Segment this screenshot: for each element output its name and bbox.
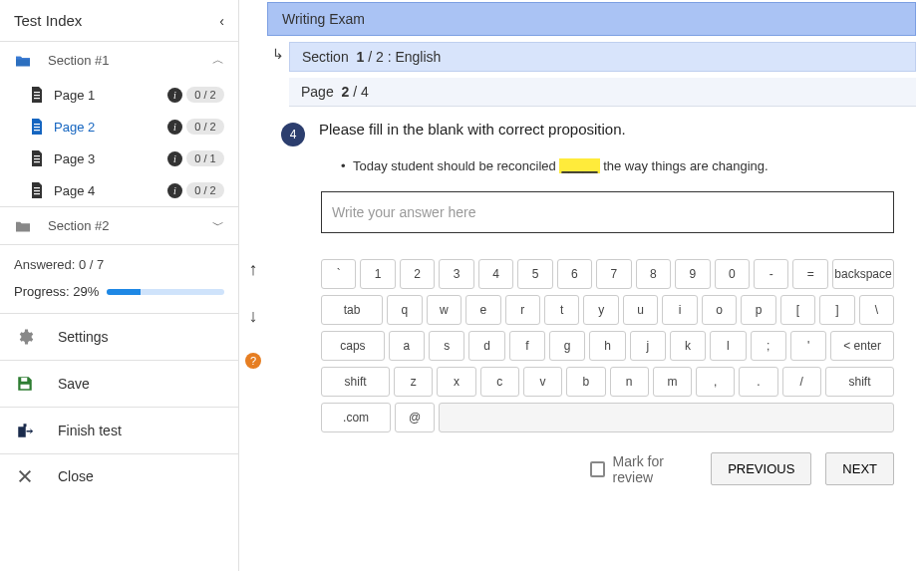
key-u[interactable]: u <box>623 295 658 325</box>
section-prefix: Section <box>302 49 349 65</box>
checkbox-icon[interactable] <box>590 461 605 477</box>
key-space[interactable] <box>439 403 894 432</box>
mark-label: Mark for review <box>613 453 698 485</box>
next-question-arrow[interactable]: ↓ <box>249 306 258 327</box>
prev-question-arrow[interactable]: ↑ <box>249 259 258 280</box>
key-v[interactable]: v <box>523 367 562 397</box>
key-e[interactable]: e <box>465 295 500 325</box>
key-s[interactable]: s <box>429 331 464 361</box>
key-t[interactable]: t <box>544 295 579 325</box>
finish-row[interactable]: Finish test <box>0 408 238 453</box>
key-7[interactable]: 7 <box>596 259 631 289</box>
key-`[interactable]: ` <box>321 259 356 289</box>
kb-row-3: capsasdfghjkl;'< enter <box>321 331 894 361</box>
progress-bar <box>107 289 224 295</box>
info-icon: i <box>167 120 182 135</box>
svg-rect-12 <box>21 385 30 390</box>
svg-rect-0 <box>34 92 40 93</box>
settings-row[interactable]: Settings <box>0 314 238 360</box>
previous-button[interactable]: PREVIOUS <box>711 452 811 485</box>
page-4-row[interactable]: Page 4 i 0 / 2 <box>0 174 238 206</box>
key-.[interactable]: . <box>739 367 777 397</box>
key-4[interactable]: 4 <box>478 259 513 289</box>
key-i[interactable]: i <box>662 295 697 325</box>
key-o[interactable]: o <box>702 295 737 325</box>
key-p[interactable]: p <box>741 295 775 325</box>
save-row[interactable]: Save <box>0 361 238 407</box>
key-9[interactable]: 9 <box>675 259 710 289</box>
key-][interactable]: ] <box>819 295 854 325</box>
key-b[interactable]: b <box>566 367 605 397</box>
answer-input[interactable] <box>332 204 883 220</box>
progress-row: Progress: 29% <box>0 284 238 313</box>
key-@[interactable]: @ <box>395 403 435 432</box>
progress-label: Progress: 29% <box>14 284 99 299</box>
key-'[interactable]: ' <box>790 331 826 361</box>
key-h[interactable]: h <box>589 331 625 361</box>
mid-nav: ↑ ↓ ? <box>239 0 267 571</box>
help-icon[interactable]: ? <box>245 353 261 369</box>
key-,[interactable]: , <box>696 367 735 397</box>
key-6[interactable]: 6 <box>557 259 592 289</box>
key-3[interactable]: 3 <box>439 259 473 289</box>
page-3-row[interactable]: Page 3 i 0 / 1 <box>0 143 238 174</box>
key-z[interactable]: z <box>394 367 433 397</box>
page-icon <box>30 119 46 135</box>
page-icon <box>30 182 46 198</box>
key-caps[interactable]: caps <box>321 331 385 361</box>
key-shift[interactable]: shift <box>321 367 390 397</box>
key-q[interactable]: q <box>387 295 422 325</box>
key-0[interactable]: 0 <box>715 259 750 289</box>
key-a[interactable]: a <box>389 331 425 361</box>
section-2-row[interactable]: Section #2 ﹀ <box>0 207 238 244</box>
key-[[interactable]: [ <box>780 295 815 325</box>
section-num: 1 <box>356 49 364 65</box>
section-1-row[interactable]: Section #1 ︿ <box>0 42 238 79</box>
key-n[interactable]: n <box>610 367 649 397</box>
key-d[interactable]: d <box>468 331 504 361</box>
key-f[interactable]: f <box>509 331 545 361</box>
key-2[interactable]: 2 <box>400 259 435 289</box>
key-8[interactable]: 8 <box>636 259 671 289</box>
page-icon <box>30 87 46 103</box>
page-1-row[interactable]: Page 1 i 0 / 2 <box>0 79 238 111</box>
key-;[interactable]: ; <box>751 331 786 361</box>
key-j[interactable]: j <box>630 331 666 361</box>
svg-rect-1 <box>34 95 40 96</box>
key-l[interactable]: l <box>710 331 746 361</box>
next-button[interactable]: NEXT <box>825 452 894 485</box>
svg-rect-7 <box>34 158 40 159</box>
collapse-sidebar-icon[interactable]: ‹ <box>219 13 224 29</box>
page-4-label: Page 4 <box>54 183 95 198</box>
key--[interactable]: - <box>754 259 788 289</box>
key-tab[interactable]: tab <box>321 295 383 325</box>
key-c[interactable]: c <box>480 367 519 397</box>
key-w[interactable]: w <box>427 295 462 325</box>
key-5[interactable]: 5 <box>517 259 552 289</box>
page-2-row[interactable]: Page 2 i 0 / 2 <box>0 111 238 143</box>
key-< enter[interactable]: < enter <box>830 331 894 361</box>
key-m[interactable]: m <box>653 367 692 397</box>
key-k[interactable]: k <box>670 331 706 361</box>
svg-rect-2 <box>34 98 40 99</box>
key-backspace[interactable]: backspace <box>832 259 894 289</box>
question-body: • Today student should be reconciled ___… <box>341 158 906 173</box>
key-x[interactable]: x <box>437 367 475 397</box>
key-r[interactable]: r <box>505 295 540 325</box>
key-g[interactable]: g <box>549 331 585 361</box>
key-/[interactable]: / <box>782 367 821 397</box>
info-icon: i <box>167 183 182 198</box>
kb-row-4: shiftzxcvbnm,./shift <box>321 367 894 397</box>
key-=[interactable]: = <box>792 259 827 289</box>
answer-input-wrap[interactable] <box>321 191 894 233</box>
key-shift[interactable]: shift <box>825 367 894 397</box>
return-arrow-icon: ↳ <box>267 42 289 62</box>
close-row[interactable]: Close <box>0 454 238 498</box>
progress-fill <box>107 289 141 295</box>
key-.com[interactable]: .com <box>321 403 391 432</box>
key-y[interactable]: y <box>583 295 618 325</box>
key-\[interactable]: \ <box>859 295 894 325</box>
close-label: Close <box>58 468 94 484</box>
key-1[interactable]: 1 <box>360 259 395 289</box>
mark-for-review[interactable]: Mark for review <box>590 453 697 485</box>
